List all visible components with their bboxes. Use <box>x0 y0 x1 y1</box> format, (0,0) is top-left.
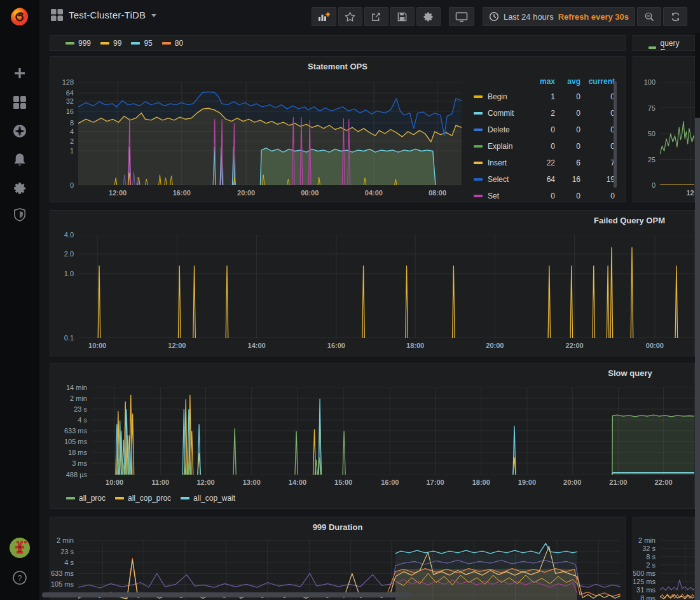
slow-query-legend: all_procall_cop_procall_cop_wait <box>66 494 235 503</box>
legend-item[interactable]: all_cop_wait <box>181 494 235 503</box>
legend-table-row[interactable]: Insert2267 <box>470 155 615 171</box>
dashboard-title-group[interactable]: Test-Cluster-TiDB <box>51 9 156 21</box>
legend-item[interactable]: all_cop_proc <box>115 494 171 503</box>
refresh-button[interactable] <box>663 7 687 26</box>
panel-title-statement-ops[interactable]: Statement OPS <box>308 62 367 71</box>
panel-duration-cut: 999999580 <box>50 35 626 51</box>
legend-table-row[interactable]: Delete000 <box>470 122 615 138</box>
help-icon[interactable]: ? <box>0 570 39 585</box>
series-label: query Error <box>660 39 694 51</box>
x-axis-tick-label: 10:00 <box>106 478 123 486</box>
avg-value: 0 <box>555 142 580 151</box>
create-plus-icon[interactable] <box>0 67 39 80</box>
failed-query-opm-plot[interactable]: 4.02.01.00.110:0012:0014:0016:0018:0020:… <box>78 235 695 338</box>
y-axis-tick-label: 2.0 <box>64 250 78 258</box>
legend-table-row[interactable]: Begin100 <box>470 88 615 105</box>
legend-table-header: maxavgcurrent <box>470 74 615 88</box>
dashboard-grid-icon <box>51 9 63 21</box>
x-axis-tick-label: 12:00 <box>109 189 127 197</box>
legend-item[interactable]: 80 <box>162 39 183 48</box>
x-axis-tick-label: 22:00 <box>655 478 673 486</box>
save-dashboard-button[interactable] <box>390 7 415 26</box>
panel-title-999-duration[interactable]: 999 Duration <box>313 522 363 532</box>
y-axis-tick-label: 2 s <box>646 561 660 569</box>
legend-item[interactable]: query Error <box>649 39 694 51</box>
x-axis-tick-label: 11:00 <box>152 478 170 486</box>
x-axis-tick-label: 12:00 <box>196 478 214 486</box>
series-swatch <box>65 42 74 45</box>
statement-ops-legend-table: maxavgcurrentBegin100Commit200Delete000E… <box>470 74 615 200</box>
y-axis-tick-label: 64 <box>66 89 78 97</box>
series-label: 999 <box>78 39 91 48</box>
statement-ops-plot[interactable]: 1286432168421012:0016:0020:0000:0004:000… <box>78 82 462 185</box>
column-header[interactable]: avg <box>555 77 580 86</box>
cycle-view-mode-button[interactable] <box>449 7 474 26</box>
y-axis-tick-label: 2 <box>70 137 78 145</box>
dashboard-settings-button[interactable] <box>416 7 441 26</box>
legend-table-row[interactable]: Select641619 <box>470 171 615 188</box>
series-swatch <box>474 95 483 98</box>
999-duration-plot[interactable]: 2 min23 s4 s633 ms105 ms18 ms <box>78 540 621 600</box>
column-header[interactable]: current <box>580 77 615 86</box>
legend-table-row[interactable]: Explain000 <box>470 138 615 155</box>
y-axis-tick-label: 105 ms <box>64 438 92 445</box>
column-header[interactable]: max <box>525 77 555 86</box>
x-axis-tick-label: 13:00 <box>243 478 261 486</box>
legend-scrollbar-thumb[interactable] <box>614 81 617 188</box>
x-axis-tick-label: 18:00 <box>472 478 490 486</box>
panel-query-errors-cut: query Error <box>633 35 695 51</box>
avg-value: 6 <box>555 158 580 167</box>
horizontal-scrollbar-thumb[interactable] <box>42 592 412 597</box>
y-axis-tick-label: 4.0 <box>64 231 78 239</box>
panel-title-slow-query[interactable]: Slow query <box>608 368 652 378</box>
alerting-bell-icon[interactable] <box>0 153 39 168</box>
series-label: Insert <box>488 158 507 167</box>
share-dashboard-button[interactable] <box>364 7 388 26</box>
dashboard-canvas: 999999580 query Error Statement OPS 1286… <box>39 33 700 600</box>
y-axis-tick-label: 1.0 <box>64 270 78 277</box>
legend-item[interactable]: 95 <box>131 39 152 48</box>
y-axis-tick-label: 75 <box>648 104 660 112</box>
series-swatch <box>115 497 124 499</box>
slow-query-plot[interactable]: 14 min2 min23 s4 s633 ms105 ms18 ms3 ms4… <box>92 387 695 475</box>
y-axis-tick-label: 128 <box>62 78 78 86</box>
zoom-out-button[interactable] <box>637 7 661 26</box>
x-axis-tick-label: 19:00 <box>518 478 536 486</box>
navbar: Test-Cluster-TiDB Last 24 hours Refr <box>39 0 700 33</box>
user-avatar[interactable] <box>0 538 39 558</box>
avg-value: 0 <box>555 125 580 134</box>
x-axis-tick-label: 04:00 <box>365 189 383 197</box>
refresh-interval-label: Refresh every 30s <box>558 12 629 22</box>
x-axis-tick-label: 14:00 <box>248 342 266 349</box>
legend-item[interactable]: 999 <box>65 39 91 48</box>
panel-title-failed-query-opm[interactable]: Failed Query OPM <box>594 216 665 225</box>
x-axis-tick-label: 16:00 <box>327 342 345 349</box>
add-panel-button[interactable] <box>312 7 336 26</box>
legend-table-row[interactable]: Commit200 <box>470 105 615 122</box>
y-axis-tick-label: 14 min <box>66 384 92 391</box>
grafana-logo[interactable] <box>0 6 39 28</box>
configuration-gear-icon[interactable] <box>0 181 39 195</box>
duration-right-plot[interactable]: 2 min32 s8 s2 s500 ms125 ms31 ms8 ms <box>660 540 695 600</box>
series-label: Delete <box>488 125 510 134</box>
svg-text:?: ? <box>18 574 22 583</box>
qps-partial-plot[interactable]: 100755025012 <box>660 82 695 185</box>
y-axis-tick-label: 23 s <box>60 548 78 555</box>
panel-duration-right-partial: 2 min32 s8 s2 s500 ms125 ms31 ms8 ms <box>633 517 695 600</box>
server-admin-shield-icon[interactable] <box>0 207 39 223</box>
legend-item[interactable]: 99 <box>100 39 121 48</box>
legend-table-row[interactable]: Set000 <box>470 188 615 200</box>
time-range-picker[interactable]: Last 24 hours Refresh every 30s <box>483 7 635 26</box>
series-swatch <box>181 497 189 499</box>
series-label: 95 <box>144 39 152 48</box>
legend-item[interactable]: all_proc <box>66 494 106 503</box>
vertical-scrollbar-thumb[interactable] <box>695 118 700 600</box>
series-label: Select <box>488 175 509 184</box>
y-axis-tick-label: 8 ms <box>640 594 660 600</box>
dashboards-icon[interactable] <box>0 95 39 109</box>
max-value: 0 <box>525 142 555 151</box>
star-dashboard-button[interactable] <box>338 7 362 26</box>
max-value: 0 <box>525 125 555 134</box>
explore-compass-icon[interactable] <box>0 123 39 139</box>
y-axis-tick-label: 500 ms <box>633 569 660 577</box>
